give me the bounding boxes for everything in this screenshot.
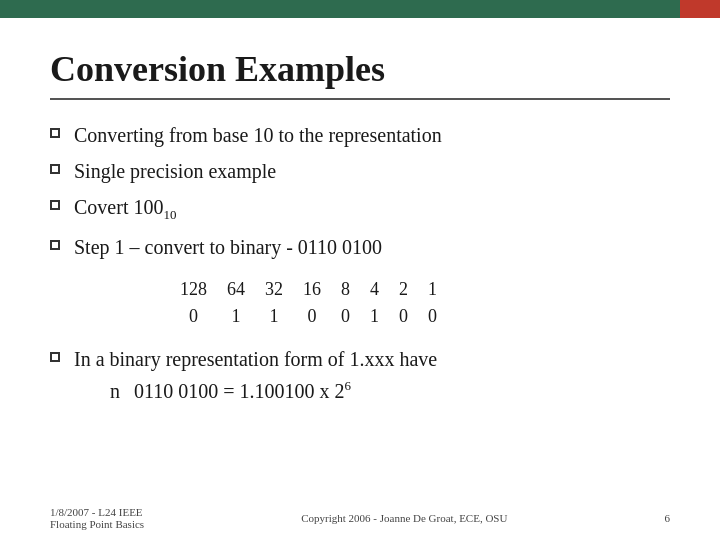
bullet-square-1: [50, 128, 60, 138]
title-divider: [50, 98, 670, 100]
table-cell-2: 2: [389, 276, 418, 303]
bullet-square-2: [50, 164, 60, 174]
bullet-item-1: Converting from base 10 to the represent…: [50, 122, 670, 148]
corner-box: [680, 0, 720, 18]
table-cell-16: 16: [293, 276, 331, 303]
footer-page: 6: [664, 512, 670, 524]
sub-bullet-n: n: [110, 378, 120, 404]
bullet-text-1: Converting from base 10 to the represent…: [74, 122, 442, 148]
table-val-1c: 1: [360, 303, 389, 330]
table-cell-8: 8: [331, 276, 360, 303]
last-bullet-container: In a binary representation form of 1.xxx…: [50, 346, 670, 372]
table-val-1b: 1: [255, 303, 293, 330]
table-cell-32: 32: [255, 276, 293, 303]
bullet-list: Converting from base 10 to the represent…: [50, 122, 670, 260]
table-row-1: 128 64 32 16 8 4 2 1: [170, 276, 447, 303]
footer-date: 1/8/2007 - L24 IEEE: [50, 506, 144, 518]
bullet-item-4: Step 1 – convert to binary - 0110 0100: [50, 234, 670, 260]
bullet-square-5: [50, 352, 60, 362]
table-val-0a: 0: [170, 303, 217, 330]
table-val-0c: 0: [331, 303, 360, 330]
footer-left: 1/8/2007 - L24 IEEE Floating Point Basic…: [50, 506, 144, 530]
slide-content: Conversion Examples Converting from base…: [0, 18, 720, 540]
slide-title: Conversion Examples: [50, 48, 670, 90]
table-cell-64: 64: [217, 276, 255, 303]
top-bar: [0, 0, 720, 18]
bullet-square-4: [50, 240, 60, 250]
footer: 1/8/2007 - L24 IEEE Floating Point Basic…: [50, 506, 670, 530]
bullet-square-3: [50, 200, 60, 210]
bullet-item-2: Single precision example: [50, 158, 670, 184]
footer-course: Floating Point Basics: [50, 518, 144, 530]
table-cell-1: 1: [418, 276, 447, 303]
sub-bullet-text: 0110 0100 = 1.100100 x 26: [134, 378, 351, 404]
table-val-0d: 0: [389, 303, 418, 330]
table-val-0b: 0: [293, 303, 331, 330]
bullet-item-3: Covert 10010: [50, 194, 670, 224]
binary-table: 128 64 32 16 8 4 2 1 0 1 1 0 0 1 0 0: [170, 276, 670, 330]
sub-bullet-container: n 0110 0100 = 1.100100 x 26: [110, 378, 670, 404]
table-val-0e: 0: [418, 303, 447, 330]
table-cell-128: 128: [170, 276, 217, 303]
footer-copyright: Copyright 2006 - Joanne De Groat, ECE, O…: [301, 512, 507, 524]
bullet-text-3: Covert 10010: [74, 194, 176, 224]
bullet-text-4: Step 1 – convert to binary - 0110 0100: [74, 234, 382, 260]
bullet-text-2: Single precision example: [74, 158, 276, 184]
table-cell-4: 4: [360, 276, 389, 303]
last-bullet-text: In a binary representation form of 1.xxx…: [74, 346, 437, 372]
table-row-2: 0 1 1 0 0 1 0 0: [170, 303, 447, 330]
table-val-1a: 1: [217, 303, 255, 330]
